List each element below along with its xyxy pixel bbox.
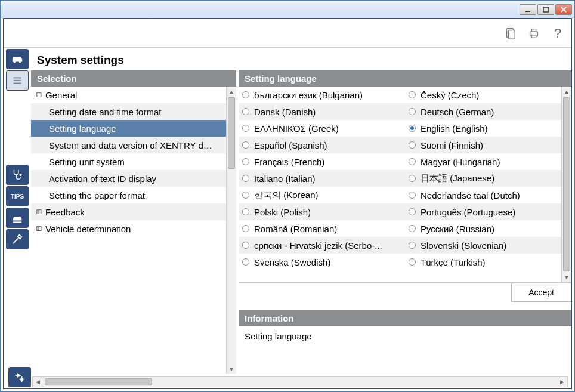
tree-item-label: Setting date and time format [49, 107, 161, 117]
svg-rect-8 [531, 35, 536, 38]
radio-icon[interactable] [409, 208, 416, 215]
language-label: English (English) [421, 124, 488, 134]
language-option[interactable]: Polski (Polish) [239, 203, 405, 220]
radio-icon[interactable] [409, 158, 416, 165]
horizontal-scrollbar[interactable]: ◀▶ [32, 376, 568, 387]
radio-icon[interactable] [242, 208, 249, 215]
radio-icon[interactable] [409, 225, 416, 232]
radio-icon[interactable] [242, 258, 249, 266]
tree-item-label: Vehicle determination [45, 224, 131, 234]
radio-icon[interactable] [409, 91, 416, 98]
language-option[interactable]: Magyar (Hungarian) [405, 153, 571, 170]
radio-icon[interactable] [409, 258, 416, 266]
language-option[interactable]: Deutsch (German) [405, 103, 571, 120]
tree-item[interactable]: ⊞Feedback [31, 203, 236, 220]
rail-settings-icon[interactable] [8, 367, 31, 387]
radio-icon[interactable] [409, 175, 416, 182]
language-option[interactable]: српски - Hrvatski jezik (Serbo-... [239, 237, 405, 254]
language-option[interactable]: ΕΛΛΗΝΙΚΌΣ (Greek) [239, 120, 405, 137]
radio-icon[interactable] [409, 192, 416, 199]
radio-icon[interactable] [242, 242, 249, 249]
tree-item-label: General [45, 90, 77, 100]
radio-icon[interactable] [242, 108, 249, 115]
window-close-button[interactable] [555, 4, 572, 15]
language-option[interactable]: Český (Czech) [405, 87, 571, 103]
documents-icon[interactable] [503, 27, 517, 40]
language-option[interactable]: Svenska (Swedish) [239, 254, 405, 270]
language-option[interactable]: Türkçe (Turkish) [405, 254, 571, 270]
tree-item[interactable]: Setting the paper format [31, 187, 236, 203]
tree-item[interactable]: System and data version of XENTRY d… [31, 137, 236, 153]
window-maximize-button[interactable] [537, 4, 554, 15]
radio-icon[interactable] [242, 225, 249, 232]
page-title: System settings [31, 48, 571, 70]
information-body: Setting language [239, 326, 571, 374]
tree-scrollbar[interactable]: ▲▼ [226, 87, 236, 374]
language-option[interactable]: Nederlandse taal (Dutch) [405, 187, 571, 203]
expander-icon[interactable]: ⊞ [35, 223, 43, 234]
language-option[interactable]: български език (Bulgarian) [239, 87, 405, 103]
language-option[interactable]: Slovenski (Slovenian) [405, 237, 571, 254]
help-icon[interactable]: ? [551, 27, 564, 40]
language-option[interactable]: Português (Portuguese) [405, 203, 571, 220]
language-label: Český (Czech) [421, 90, 479, 100]
language-label: Dansk (Danish) [254, 107, 316, 117]
language-label: Français (French) [254, 157, 324, 167]
language-option[interactable]: Italiano (Italian) [239, 170, 405, 187]
language-option[interactable]: 日本語 (Japanese) [405, 170, 571, 187]
tree-item[interactable]: Activation of text ID display [31, 170, 236, 187]
radio-icon[interactable] [242, 175, 249, 182]
language-label: Magyar (Hungarian) [421, 157, 500, 167]
language-label: Nederlandse taal (Dutch) [421, 190, 520, 200]
rail-vehicle-icon[interactable] [6, 49, 29, 69]
accept-button[interactable]: Accept [511, 283, 571, 302]
tree-item-label: Setting language [49, 124, 116, 134]
tree-item[interactable]: Setting language [31, 120, 236, 137]
print-icon[interactable] [527, 27, 540, 40]
tree-item-label: Setting the paper format [49, 190, 145, 200]
rail-tips-icon[interactable]: TIPS [6, 186, 29, 206]
rail-diagnosis-icon[interactable] [6, 165, 29, 185]
language-label: Italiano (Italian) [254, 174, 316, 184]
language-option[interactable]: Русский (Russian) [405, 220, 571, 237]
radio-icon[interactable] [409, 108, 416, 115]
radio-icon[interactable] [409, 242, 416, 249]
icon-rail: TIPS [4, 48, 31, 374]
tree-item[interactable]: ⊞Vehicle determination [31, 220, 236, 237]
radio-icon[interactable] [242, 158, 249, 165]
svg-point-15 [20, 378, 23, 381]
tree-item[interactable]: Setting date and time format [31, 103, 236, 120]
rail-car-lift-icon[interactable] [6, 208, 29, 228]
tree-item-label: Feedback [45, 207, 85, 217]
svg-point-12 [20, 174, 21, 176]
radio-icon[interactable] [242, 125, 249, 132]
radio-icon[interactable] [409, 125, 416, 132]
language-label: Español (Spanish) [254, 140, 327, 150]
language-option[interactable]: Română (Romanian) [239, 220, 405, 237]
language-option[interactable]: Suomi (Finnish) [405, 137, 571, 153]
radio-icon[interactable] [242, 141, 249, 149]
language-label: Slovenski (Slovenian) [421, 240, 506, 251]
language-label: 日本語 (Japanese) [421, 173, 494, 184]
rail-list-icon[interactable] [6, 70, 29, 91]
language-option[interactable]: Dansk (Danish) [239, 103, 405, 120]
language-option[interactable]: Français (French) [239, 153, 405, 170]
language-option[interactable]: Español (Spanish) [239, 137, 405, 153]
radio-icon[interactable] [242, 192, 249, 199]
window-minimize-button[interactable] [520, 4, 536, 15]
svg-rect-1 [543, 7, 548, 12]
tree-item[interactable]: Setting unit system [31, 153, 236, 170]
language-option[interactable]: 한국의 (Korean) [239, 187, 405, 203]
rail-tool-icon[interactable] [6, 229, 29, 249]
language-label: Deutsch (German) [421, 107, 494, 117]
language-label: Türkçe (Turkish) [421, 257, 486, 267]
expander-icon[interactable]: ⊟ [35, 89, 43, 100]
expander-icon[interactable]: ⊞ [35, 206, 43, 217]
radio-icon[interactable] [242, 91, 249, 98]
language-scrollbar[interactable]: ▲▼ [561, 87, 571, 282]
information-header: Information [239, 310, 571, 326]
language-grid: български език (Bulgarian)Český (Czech)D… [239, 87, 571, 282]
language-option[interactable]: English (English) [405, 120, 571, 137]
tree-item[interactable]: ⊟General [31, 87, 236, 103]
radio-icon[interactable] [409, 141, 416, 149]
